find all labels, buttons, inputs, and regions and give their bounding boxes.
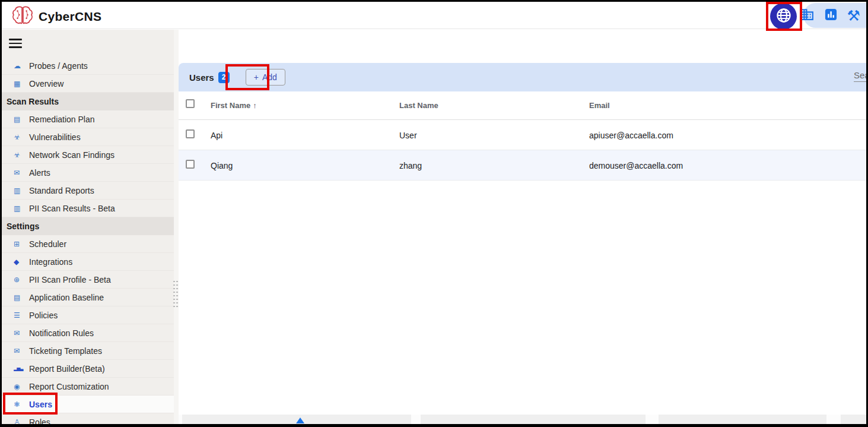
report-icon: ▥ xyxy=(14,204,29,213)
sidebar-item-scheduler[interactable]: ⊞ Scheduler xyxy=(2,235,174,253)
main-content: Users 2 + Add First Name↑ Last Name Emai… xyxy=(179,30,866,424)
bar-chart-icon: ▂▅▃ xyxy=(14,366,29,371)
sidebar-item-label: Integrations xyxy=(29,257,72,267)
globe-icon xyxy=(775,7,793,27)
sidebar-item-label: Alerts xyxy=(29,168,50,178)
select-all-checkbox[interactable] xyxy=(186,99,195,108)
sidebar-item-integrations[interactable]: ◆ Integrations xyxy=(2,253,174,271)
sidebar-item-label: PII Scan Results - Beta xyxy=(29,204,115,213)
users-count-badge: 2 xyxy=(218,72,230,83)
add-button-label: Add xyxy=(262,72,277,82)
table-row[interactable]: Api User apiuser@accaella.com xyxy=(179,120,866,150)
cell-first-name: Api xyxy=(211,131,222,140)
brand-name: CyberCNS xyxy=(39,10,101,24)
scroll-gap xyxy=(411,415,421,424)
sidebar-item-label: Probes / Agents xyxy=(29,61,88,71)
sidebar-item-ticketing-templates[interactable]: ✉ Ticketing Templates xyxy=(2,342,174,360)
cell-email: demouser@accaella.com xyxy=(589,161,683,170)
sidebar-item-label: Policies xyxy=(29,311,58,320)
mail-rule-icon: ✉ xyxy=(14,329,29,337)
document-plan-icon: ▤ xyxy=(14,115,29,124)
header-actions-pill: ⚒ xyxy=(803,3,866,28)
sidebar-item-label: PII Scan Profile - Beta xyxy=(29,275,111,284)
sidebar-item-report-customization[interactable]: ◉ Report Customization xyxy=(2,378,174,396)
sidebar: ☁ Probes / Agents ▦ Overview Scan Result… xyxy=(2,30,174,424)
sidebar-item-label: Vulnerabilities xyxy=(29,132,81,142)
customization-icon: ◉ xyxy=(14,382,29,391)
sidebar-resize-strip xyxy=(174,30,179,424)
sidebar-item-pii-scan-profile[interactable]: ⊕ PII Scan Profile - Beta xyxy=(2,271,174,289)
sidebar-item-label: Application Baseline xyxy=(29,293,104,302)
sidebar-item-label: Notification Rules xyxy=(29,328,94,338)
sidebar-item-users[interactable]: ⚛ Users xyxy=(2,396,174,413)
column-header-email[interactable]: Email xyxy=(589,101,610,110)
sidebar-item-vulnerabilities[interactable]: ☣ Vulnerabilities xyxy=(2,128,174,146)
scroll-gap xyxy=(179,415,182,424)
sort-ascending-icon: ↑ xyxy=(253,101,257,110)
analytics-icon[interactable] xyxy=(824,8,838,24)
cell-first-name: Qiang xyxy=(211,161,233,170)
app-window: CyberCNS ⚒ xyxy=(0,0,868,427)
sidebar-menu: ☁ Probes / Agents ▦ Overview Scan Result… xyxy=(2,57,174,427)
roles-icon: ♙ xyxy=(14,418,29,426)
sidebar-item-label: Network Scan Findings xyxy=(29,150,115,160)
sidebar-item-application-baseline[interactable]: ▤ Application Baseline xyxy=(2,289,174,306)
globe-icon: ⊕ xyxy=(14,276,29,284)
column-header-last-name[interactable]: Last Name xyxy=(399,101,438,110)
row-checkbox[interactable] xyxy=(186,160,195,169)
sidebar-item-label: Overview xyxy=(29,79,63,88)
sidebar-item-probes-agents[interactable]: ☁ Probes / Agents xyxy=(2,57,174,75)
sidebar-item-label: Users xyxy=(29,400,52,409)
users-toolbar: Users 2 + Add xyxy=(179,63,866,91)
sidebar-item-report-builder[interactable]: ▂▅▃ Report Builder(Beta) xyxy=(2,360,174,378)
tools-icon[interactable]: ⚒ xyxy=(847,8,860,23)
calendar-icon: ⊞ xyxy=(14,240,29,248)
bug-icon: ☣ xyxy=(14,151,29,159)
sidebar-item-alerts[interactable]: ✉ Alerts xyxy=(2,164,174,182)
cell-last-name: zhang xyxy=(399,161,422,170)
bug-icon: ☣ xyxy=(14,133,29,141)
sidebar-item-label: Remediation Plan xyxy=(29,115,95,124)
bottom-scroll-strip[interactable] xyxy=(179,415,866,424)
scroll-gap xyxy=(646,415,659,424)
globe-button[interactable] xyxy=(770,3,797,30)
mail-template-icon: ✉ xyxy=(14,347,29,355)
integrations-icon: ◆ xyxy=(14,258,29,266)
column-header-first-name[interactable]: First Name↑ xyxy=(211,101,257,110)
search-input[interactable] xyxy=(854,69,866,82)
sidebar-item-notification-rules[interactable]: ✉ Notification Rules xyxy=(2,324,174,342)
brain-logo-icon xyxy=(11,5,34,28)
scroll-gap xyxy=(826,415,841,424)
sidebar-item-policies[interactable]: ☰ Policies xyxy=(2,306,174,324)
sidebar-section-scan-results: Scan Results xyxy=(2,93,174,110)
sidebar-item-roles[interactable]: ♙ Roles xyxy=(2,413,174,427)
page-title: Users xyxy=(189,72,214,83)
sidebar-item-label: Report Customization xyxy=(29,382,109,391)
sidebar-item-label: Ticketing Templates xyxy=(29,346,102,356)
sidebar-item-label: Standard Reports xyxy=(29,186,94,195)
sidebar-item-overview[interactable]: ▦ Overview xyxy=(2,75,174,93)
sidebar-item-network-scan-findings[interactable]: ☣ Network Scan Findings xyxy=(2,146,174,164)
report-icon: ▥ xyxy=(14,186,29,195)
sidebar-item-label: Report Builder(Beta) xyxy=(29,364,105,374)
mail-alert-icon: ✉ xyxy=(14,169,29,177)
sidebar-item-standard-reports[interactable]: ▥ Standard Reports xyxy=(2,182,174,200)
sidebar-item-remediation-plan[interactable]: ▤ Remediation Plan xyxy=(2,110,174,128)
users-network-icon: ⚛ xyxy=(14,400,29,409)
cloud-sync-icon: ☁ xyxy=(14,62,29,70)
cell-last-name: User xyxy=(399,131,417,140)
row-checkbox[interactable] xyxy=(186,129,195,138)
sidebar-item-pii-scan-results[interactable]: ▥ PII Scan Results - Beta xyxy=(2,200,174,217)
cell-email: apiuser@accaella.com xyxy=(589,131,673,140)
sidebar-section-settings: Settings xyxy=(2,217,174,235)
list-icon: ☰ xyxy=(14,311,29,320)
brand-logo: CyberCNS xyxy=(11,5,101,28)
sidebar-item-label: Scheduler xyxy=(29,239,66,249)
table-row[interactable]: Qiang zhang demouser@accaella.com xyxy=(179,150,866,181)
add-user-button[interactable]: + Add xyxy=(246,69,285,86)
dashboard-icon: ▦ xyxy=(14,80,29,88)
company-icon[interactable] xyxy=(800,7,815,24)
menu-icon[interactable] xyxy=(9,39,22,48)
table-header-row: First Name↑ Last Name Email xyxy=(179,91,866,120)
search-field xyxy=(854,69,866,82)
